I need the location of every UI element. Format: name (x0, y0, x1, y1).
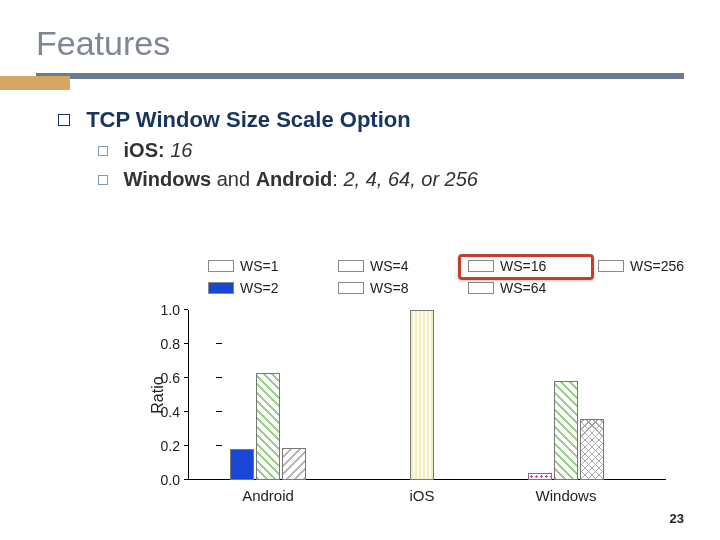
android-label: Android (256, 168, 333, 190)
ytick-2: 0.4 (140, 404, 180, 420)
legend-ws1-label: WS=1 (240, 258, 279, 274)
bar-ios-ws16 (410, 310, 434, 480)
ytick-3: 0.6 (140, 370, 180, 386)
highlight-box (458, 254, 594, 280)
heading-text: TCP Window Size Scale Option (86, 107, 411, 132)
bar-windows-ws4 (528, 473, 552, 480)
slide: Features TCP Window Size Scale Option iO… (0, 0, 720, 540)
swatch-ws2-icon (208, 282, 234, 294)
legend-ws2-label: WS=2 (240, 280, 279, 296)
sub-item-ios: iOS: 16 (98, 139, 684, 162)
square-bullet-icon (98, 175, 108, 185)
ios-value: 16 (170, 139, 192, 161)
swatch-ws8-icon (338, 282, 364, 294)
accent-bar (0, 76, 70, 90)
legend-ws256: WS=256 (598, 258, 684, 274)
y-axis (188, 310, 189, 480)
legend: WS=1 WS=2 WS=4 WS=8 WS=16 WS=64 WS=256 (188, 256, 704, 302)
sub-item-win-android: Windows and Android: 2, 4, 64, or 256 (98, 168, 684, 191)
xlabel-windows: Windows (536, 487, 597, 504)
legend-ws2: WS=2 (208, 280, 279, 296)
bar-android-ws4 (256, 373, 280, 480)
bar-android-ws2 (230, 449, 254, 480)
square-bullet-icon (58, 114, 70, 126)
bar-windows-ws64 (554, 381, 578, 480)
swatch-ws1-icon (208, 260, 234, 272)
values-text: 2, 4, 64, or 256 (343, 168, 478, 190)
ytick-0: 0.0 (140, 472, 180, 488)
page-number: 23 (670, 511, 684, 526)
swatch-ws4-icon (338, 260, 364, 272)
colon: : (332, 168, 343, 190)
legend-ws64: WS=64 (468, 280, 546, 296)
xlabel-ios: iOS (409, 487, 434, 504)
outline: TCP Window Size Scale Option iOS: 16 Win… (58, 107, 684, 191)
body: TCP Window Size Scale Option iOS: 16 Win… (58, 107, 684, 191)
heading-item: TCP Window Size Scale Option (58, 107, 684, 133)
legend-ws4-label: WS=4 (370, 258, 409, 274)
legend-ws64-label: WS=64 (500, 280, 546, 296)
plot-area: Ratio 0.0 0.2 0.4 0.6 0.8 1.0 Android iO… (188, 310, 666, 480)
xlabel-android: Android (242, 487, 294, 504)
chart: WS=1 WS=2 WS=4 WS=8 WS=16 WS=64 WS=256 R… (134, 256, 704, 516)
legend-ws4: WS=4 (338, 258, 409, 274)
ytick-1: 0.2 (140, 438, 180, 454)
square-bullet-icon (98, 146, 108, 156)
bar-windows-ws256 (580, 419, 604, 480)
and-text: and (211, 168, 255, 190)
legend-ws8-label: WS=8 (370, 280, 409, 296)
swatch-ws64-icon (468, 282, 494, 294)
ios-label: iOS: (124, 139, 165, 161)
swatch-ws256-icon (598, 260, 624, 272)
ytick-5: 1.0 (140, 302, 180, 318)
bar-android-ws8 (282, 448, 306, 480)
title-underline (36, 73, 684, 79)
ytick-4: 0.8 (140, 336, 180, 352)
legend-ws1: WS=1 (208, 258, 279, 274)
legend-ws8: WS=8 (338, 280, 409, 296)
slide-title: Features (36, 24, 684, 63)
legend-ws256-label: WS=256 (630, 258, 684, 274)
windows-label: Windows (124, 168, 212, 190)
